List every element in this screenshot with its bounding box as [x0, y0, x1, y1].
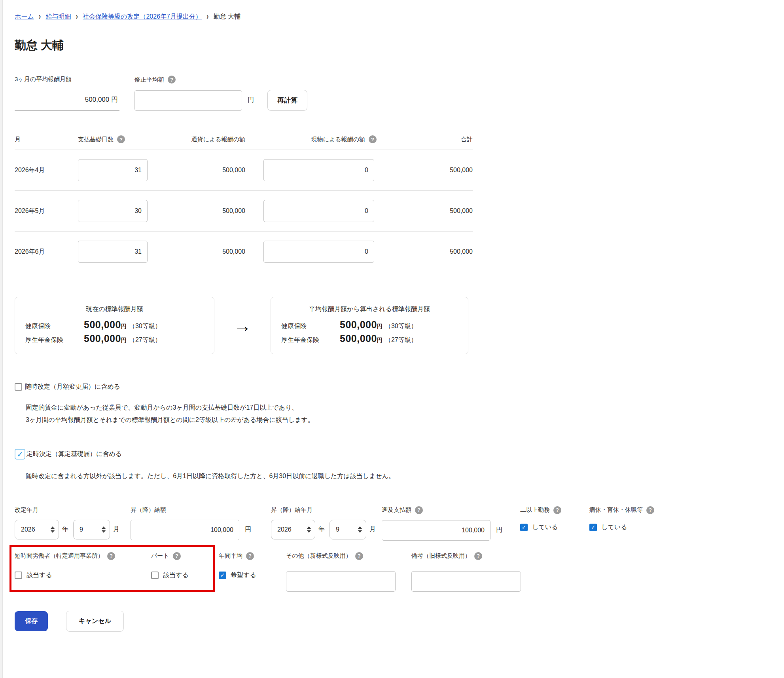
month-unit: 月: [113, 525, 119, 534]
currency-amount: 500,000: [149, 248, 254, 255]
occasional-revision-label: 随時改定（月額変更届）に含める: [25, 383, 120, 391]
annual-average-checkbox-label: 希望する: [231, 571, 256, 579]
help-icon[interactable]: ?: [117, 135, 125, 143]
currency-amount: 500,000: [149, 167, 254, 174]
help-icon[interactable]: ?: [474, 552, 482, 560]
pension-insurance-label: 厚生年金保険: [25, 336, 84, 344]
remarks-old-format-label: 備考（旧様式反映用）: [411, 552, 471, 560]
page-container: ホーム › 給与明細 › 社会保険等級の改定（2026年7月提出分） › 勤怠 …: [0, 0, 784, 678]
table-row: 2026年4月 500,000 500,000: [15, 150, 473, 191]
revision-year-select[interactable]: 2026: [15, 520, 59, 539]
remarks-old-format-input[interactable]: [411, 571, 521, 592]
in-kind-input[interactable]: [263, 159, 374, 181]
short-time-worker-checkbox-label: 該当する: [27, 571, 52, 579]
health-insurance-label: 健康保険: [281, 322, 340, 330]
health-insurance-amount: 500,000: [340, 319, 377, 330]
yen-unit: 円: [248, 96, 254, 104]
current-grade-title: 現在の標準報酬月額: [25, 305, 204, 313]
row-month-label: 2026年4月: [15, 166, 78, 175]
row-total: 500,000: [377, 207, 473, 215]
annual-average-checkbox[interactable]: ✓: [219, 572, 226, 579]
health-insurance-amount: 500,000: [84, 319, 121, 330]
raise-date-label: 昇（降）給年月: [271, 506, 382, 514]
leave-checkbox[interactable]: ✓: [589, 524, 597, 531]
help-icon[interactable]: ?: [246, 552, 254, 560]
header-base-days: 支払基礎日数: [78, 136, 114, 143]
multi-workplace-checkbox[interactable]: ✓: [520, 524, 528, 531]
breadcrumb-payroll-link[interactable]: 給与明細: [45, 13, 71, 21]
save-button[interactable]: 保存: [15, 611, 48, 631]
pension-insurance-grade: （27等級）: [385, 336, 417, 344]
table-row: 2026年5月 500,000 500,000: [15, 191, 473, 232]
details-form: 改定年月 2026 年 9 月 昇（降）給額: [15, 506, 784, 592]
leave-label: 病休・育休・休職等: [589, 506, 643, 514]
currency-amount: 500,000: [149, 207, 254, 215]
help-icon[interactable]: ?: [553, 506, 561, 514]
help-icon[interactable]: ?: [646, 506, 654, 514]
annual-average-label: 年間平均: [219, 552, 242, 560]
pension-insurance-amount: 500,000: [84, 333, 121, 344]
month-unit: 月: [369, 525, 376, 534]
highlight-red-box: 短時間労働者（特定適用事業所） ? 該当する パート ? 該: [9, 545, 215, 592]
base-days-input[interactable]: [78, 200, 148, 222]
base-days-input[interactable]: [78, 159, 148, 181]
regular-determination-description: 随時改定に含まれる方以外が該当します。ただし、6月1日以降に資格取得した方と、6…: [26, 470, 784, 482]
breadcrumb: ホーム › 給与明細 › 社会保険等級の改定（2026年7月提出分） › 勤怠 …: [15, 13, 784, 21]
raise-month-select[interactable]: 9: [330, 520, 366, 539]
other-new-format-input[interactable]: [286, 571, 396, 592]
help-icon[interactable]: ?: [369, 135, 377, 143]
current-grade-box: 現在の標準報酬月額 健康保険 500,000 円 （30等級） 厚生年金保険 5…: [15, 297, 214, 354]
revision-month-select[interactable]: 9: [73, 520, 110, 539]
short-time-worker-label: 短時間労働者（特定適用事業所）: [15, 552, 104, 560]
spinner-icon: [307, 526, 311, 533]
regular-determination-label: 定時決定（算定基礎届）に含める: [27, 450, 122, 458]
spinner-icon: [102, 526, 106, 533]
multi-workplace-checkbox-label: している: [532, 523, 558, 532]
spinner-icon: [51, 526, 55, 533]
table-header-row: 月 支払基礎日数 ? 通貨による報酬の額 現物による報酬の額 ? 合計: [15, 135, 473, 150]
form-actions: 保存 キャンセル: [15, 611, 784, 678]
occasional-revision-checkbox[interactable]: [15, 383, 22, 391]
health-insurance-label: 健康保険: [25, 322, 84, 330]
chevron-right-icon: ›: [76, 12, 78, 22]
occasional-revision-section: 随時改定（月額変更届）に含める 固定的賃金に変動があった従業員で、変動月からの3…: [15, 383, 784, 426]
year-unit: 年: [62, 525, 68, 534]
adjusted-average-label: 修正平均額: [134, 76, 164, 84]
raise-amount-input[interactable]: [131, 520, 239, 540]
breadcrumb-home-link[interactable]: ホーム: [15, 13, 34, 21]
adjusted-average-input[interactable]: [134, 90, 242, 111]
header-month: 月: [15, 136, 78, 143]
base-days-input[interactable]: [78, 241, 148, 263]
in-kind-input[interactable]: [263, 200, 374, 222]
part-time-checkbox-label: 該当する: [163, 571, 189, 579]
part-time-checkbox[interactable]: [151, 572, 159, 579]
help-icon[interactable]: ?: [168, 76, 176, 84]
monthly-remuneration-table: 月 支払基礎日数 ? 通貨による報酬の額 現物による報酬の額 ? 合計 2026…: [15, 135, 473, 272]
viewport-edge: [0, 0, 3, 678]
calculated-grade-title: 平均報酬月額から算出される標準報酬月額: [281, 305, 458, 313]
calculated-grade-box: 平均報酬月額から算出される標準報酬月額 健康保険 500,000 円 （30等級…: [271, 297, 468, 354]
short-time-worker-checkbox[interactable]: [15, 572, 22, 579]
recalculate-button[interactable]: 再計算: [267, 90, 307, 111]
help-icon[interactable]: ?: [415, 506, 423, 514]
raise-year-select[interactable]: 2026: [271, 520, 315, 539]
retro-payment-label: 遡及支払額: [382, 506, 411, 514]
cancel-button[interactable]: キャンセル: [66, 611, 124, 632]
in-kind-input[interactable]: [263, 241, 374, 263]
help-icon[interactable]: ?: [355, 552, 363, 560]
health-insurance-grade: （30等級）: [129, 322, 161, 330]
occasional-revision-description: 固定的賃金に変動があった従業員で、変動月からの3ヶ月間の支払基礎日数が17日以上…: [26, 401, 784, 426]
retro-payment-input[interactable]: [382, 520, 490, 541]
help-icon[interactable]: ?: [173, 552, 181, 560]
header-in-kind: 現物による報酬の額: [311, 136, 365, 143]
breadcrumb-grade-revision-link[interactable]: 社会保険等級の改定（2026年7月提出分）: [83, 13, 202, 21]
pension-insurance-label: 厚生年金保険: [281, 336, 340, 344]
grade-comparison: 現在の標準報酬月額 健康保険 500,000 円 （30等級） 厚生年金保険 5…: [15, 297, 784, 354]
yen-unit: 円: [245, 526, 251, 534]
yen-unit: 円: [496, 526, 502, 534]
regular-determination-checkbox[interactable]: ✓: [15, 449, 25, 460]
row-month-label: 2026年6月: [15, 248, 78, 256]
revision-date-label: 改定年月: [15, 506, 131, 514]
other-new-format-label: その他（新様式反映用）: [286, 552, 352, 560]
help-icon[interactable]: ?: [107, 552, 115, 560]
